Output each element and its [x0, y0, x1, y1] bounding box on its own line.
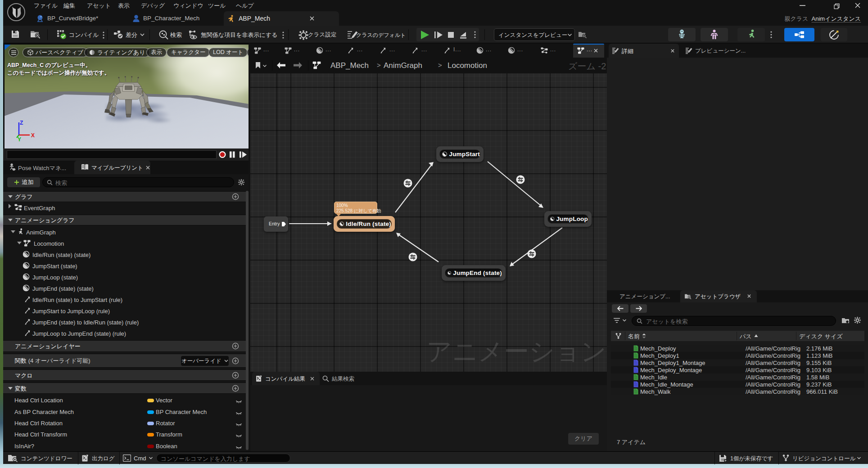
svg-text:Z: Z: [20, 120, 23, 126]
svg-text:X: X: [31, 132, 35, 139]
svg-text:Y: Y: [18, 136, 21, 142]
